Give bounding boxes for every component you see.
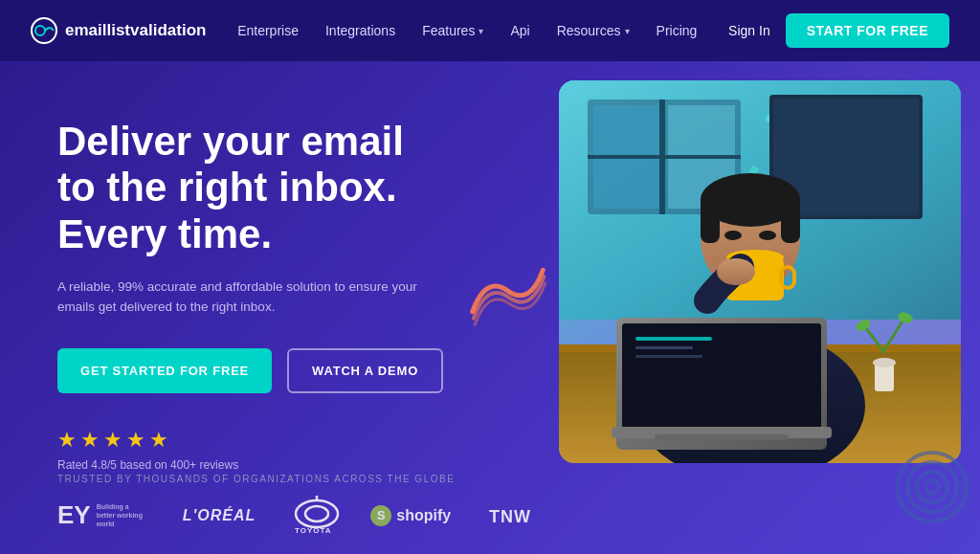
svg-rect-38 xyxy=(635,346,693,349)
star-4: ★ xyxy=(126,428,145,453)
svg-point-47 xyxy=(305,506,328,521)
svg-point-46 xyxy=(296,500,338,527)
logo-ey: EY Building a better working world xyxy=(57,502,145,528)
hero-image xyxy=(559,80,961,463)
hero-section: Deliver your email to the right inbox. E… xyxy=(0,61,980,554)
svg-point-1 xyxy=(35,26,45,35)
svg-point-29 xyxy=(759,231,776,240)
svg-rect-27 xyxy=(781,195,800,243)
hero-illustration xyxy=(559,80,961,463)
nav-enterprise[interactable]: Enterprise xyxy=(237,23,299,38)
trusted-label: TRUSTED BY THOUSANDS OF ORGANIZATIONS AC… xyxy=(57,474,923,484)
svg-point-33 xyxy=(717,258,755,285)
nav-links: Enterprise Integrations Features ▾ Api R… xyxy=(237,23,697,38)
logo-icon xyxy=(31,17,57,44)
star-5: ★ xyxy=(149,428,168,453)
star-1: ★ xyxy=(57,428,77,453)
svg-rect-41 xyxy=(655,434,789,440)
resources-chevron: ▾ xyxy=(625,26,630,36)
svg-rect-39 xyxy=(635,355,702,358)
svg-point-4 xyxy=(917,472,947,502)
nav-pricing[interactable]: Pricing xyxy=(657,23,698,38)
svg-point-43 xyxy=(873,358,896,367)
features-chevron: ▾ xyxy=(479,26,483,36)
hero-subheading: A reliable, 99% accurate and affordable … xyxy=(57,277,421,318)
logo-tnw: TNW xyxy=(489,505,535,526)
nav-actions: Sign In START FOR FREE xyxy=(728,13,949,48)
star-2: ★ xyxy=(80,428,100,453)
navigation: emaillistvalidation Enterprise Integrati… xyxy=(0,0,980,61)
svg-rect-37 xyxy=(635,337,712,341)
logo-shopify: S shopify xyxy=(370,505,451,526)
svg-point-5 xyxy=(925,480,939,494)
logo[interactable]: emaillistvalidation xyxy=(31,17,206,44)
trusted-section: TRUSTED BY THOUSANDS OF ORGANIZATIONS AC… xyxy=(0,458,980,554)
hero-heading: Deliver your email to the right inbox. E… xyxy=(57,119,452,257)
watch-demo-button[interactable]: WATCH A DEMO xyxy=(287,348,443,393)
logo-toyota: TOYOTA xyxy=(294,496,332,535)
trusted-logos: EY Building a better working world L'ORÉ… xyxy=(57,496,923,535)
svg-text:TNW: TNW xyxy=(489,507,531,526)
start-for-free-button[interactable]: START FOR FREE xyxy=(786,13,949,48)
nav-integrations[interactable]: Integrations xyxy=(325,23,395,38)
nav-resources[interactable]: Resources ▾ xyxy=(557,23,630,38)
star-3: ★ xyxy=(103,428,122,453)
circles-decoration xyxy=(894,449,970,525)
logo-text: emaillistvalidation xyxy=(65,21,206,40)
get-started-button[interactable]: GET STARTED FOR FREE xyxy=(57,348,272,393)
signin-button[interactable]: Sign In xyxy=(728,23,770,38)
stars-display: ★ ★ ★ ★ ★ xyxy=(57,428,452,453)
hero-buttons: GET STARTED FOR FREE WATCH A DEMO xyxy=(57,348,452,393)
nav-features[interactable]: Features ▾ xyxy=(422,23,483,38)
logo-loreal: L'ORÉAL xyxy=(183,507,256,524)
svg-rect-26 xyxy=(701,195,720,243)
hero-image-area xyxy=(521,61,980,501)
nav-api[interactable]: Api xyxy=(510,23,529,38)
svg-point-28 xyxy=(724,231,742,240)
svg-point-3 xyxy=(907,462,957,512)
